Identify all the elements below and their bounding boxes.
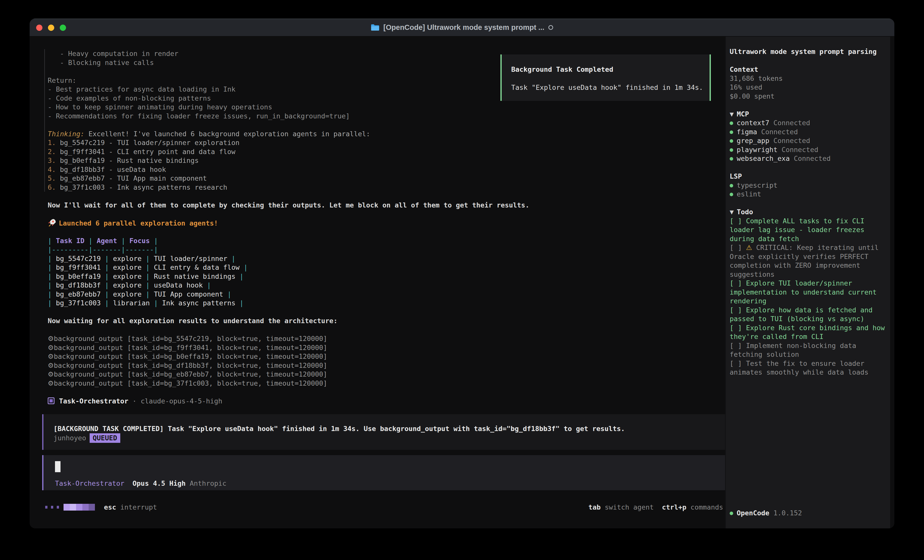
gear-icon: ⚙ bbox=[48, 379, 54, 387]
transcript: - Heavy computation in render - Blocking… bbox=[44, 49, 745, 406]
completed-message-text: [BACKGROUND TASK COMPLETED] Task "Explor… bbox=[54, 424, 725, 433]
status-dot-icon bbox=[730, 157, 733, 160]
table-row: bg_b0effa19exploreRust native bindings bbox=[48, 272, 745, 281]
agent-list-item: 3.bg_b0effa19 - Rust native bindings bbox=[48, 156, 745, 165]
tool-call-line: ⚙background_output [task_id=bg_5547c219,… bbox=[48, 334, 745, 343]
session-ring-icon bbox=[548, 25, 553, 30]
thinking-label: Thinking: bbox=[48, 130, 84, 138]
window-controls bbox=[36, 25, 66, 31]
sidebar: Ultrawork mode system prompt parsing Con… bbox=[726, 37, 890, 529]
table-row: bg_37f1c003librarianInk async patterns bbox=[48, 299, 745, 308]
provider-label: Anthropic bbox=[190, 479, 226, 487]
agent-list-item: 6.bg_37f1c003 - Ink async patterns resea… bbox=[48, 183, 745, 192]
table-row: bg_df18bb3fexploreuseData hook bbox=[48, 281, 745, 290]
context-tokens: 31,686 tokens bbox=[730, 74, 885, 83]
table-header-row: Task IDAgentFocus bbox=[48, 237, 745, 246]
todo-item: [ ] Explore TUI loader/spinner implement… bbox=[730, 279, 885, 305]
terminal-line: - Recommendations for fixing loader free… bbox=[48, 112, 745, 121]
status-dot-icon bbox=[730, 139, 733, 143]
toast-body: Task "Explore useData hook" finished in … bbox=[511, 83, 710, 92]
status-dot-icon bbox=[730, 121, 733, 125]
terminal-content: - Heavy computation in render - Blocking… bbox=[30, 37, 894, 529]
lsp-item: eslint bbox=[730, 190, 885, 199]
waiting-text: Now waiting for all exploration results … bbox=[48, 316, 745, 325]
status-dot-icon bbox=[730, 148, 733, 152]
terminal-line: - How to keep spinner animating during h… bbox=[48, 103, 745, 112]
table-row: bg_eb87ebb7exploreTUI App component bbox=[48, 290, 745, 299]
agent-square-icon bbox=[48, 397, 54, 404]
mcp-item: websearch_exa Connected bbox=[730, 154, 885, 163]
tool-call-line: ⚙background_output [task_id=bg_f9ff3041,… bbox=[48, 343, 745, 352]
table-separator-row: |---------|-------|-------| bbox=[48, 245, 745, 254]
launch-banner: Launched 6 parallel exploration agents! bbox=[48, 219, 745, 228]
minimize-window-button[interactable] bbox=[48, 25, 54, 31]
chevron-down-icon: ▼ bbox=[730, 208, 734, 216]
keyboard-hints: tab switch agent ctrl+p commands bbox=[588, 503, 723, 511]
prompt-input[interactable]: Task-Orchestrator Opus 4.5 High Anthropi… bbox=[42, 455, 725, 490]
folder-icon bbox=[371, 24, 380, 31]
titlebar: [OpenCode] Ultrawork mode system prompt … bbox=[30, 19, 894, 37]
rocket-icon bbox=[48, 219, 56, 227]
message-user: junhoyeo bbox=[54, 434, 86, 442]
session-title: Ultrawork mode system prompt parsing bbox=[730, 47, 885, 56]
active-agent-label: Task-Orchestrator bbox=[55, 479, 124, 487]
agent-list-item: 1.bg_5547c219 - TUI loader/spinner explo… bbox=[48, 138, 745, 147]
mcp-item: playwright Connected bbox=[730, 145, 885, 154]
mcp-item: figma Connected bbox=[730, 127, 885, 136]
status-dot-icon bbox=[730, 512, 733, 515]
tool-call-line: ⚙background_output [task_id=bg_df18bb3f,… bbox=[48, 361, 745, 370]
todo-item: [ ] Explore how data is fetched and pass… bbox=[730, 305, 885, 323]
thinking-line: Thinking: Excellent! I've launched 6 bac… bbox=[48, 129, 745, 138]
chevron-down-icon: ▼ bbox=[730, 110, 734, 118]
mcp-item: context7 Connected bbox=[730, 118, 885, 127]
toast-title: Background Task Completed bbox=[511, 65, 710, 74]
orchestrator-line: Task-Orchestrator · claude-opus-4-5-high bbox=[48, 397, 745, 406]
context-spent: $0.00 spent bbox=[730, 92, 885, 101]
tool-call-line: ⚙background_output [task_id=bg_37f1c003,… bbox=[48, 379, 745, 388]
table-row: bg_f9ff3041exploreCLI entry & data flow bbox=[48, 263, 745, 272]
wait-text: Now I'll wait for all of them to complet… bbox=[48, 201, 745, 210]
activity-dots-icon bbox=[45, 506, 59, 509]
agent-list-item: 5.bg_eb87ebb7 - TUI App main component bbox=[48, 174, 745, 183]
gear-icon: ⚙ bbox=[48, 352, 54, 360]
todo-item: [ ] Explore Rust core bindings and how t… bbox=[730, 323, 885, 341]
text-cursor bbox=[55, 461, 60, 472]
tool-call-line: ⚙background_output [task_id=bg_b0effa19,… bbox=[48, 352, 745, 361]
mcp-heading[interactable]: ▼MCP bbox=[730, 110, 885, 119]
gear-icon: ⚙ bbox=[48, 344, 54, 352]
status-dot-icon bbox=[730, 193, 733, 196]
context-heading: Context bbox=[730, 65, 885, 74]
todo-item: [ ] ⚠ CRITICAL: Keep iterating until Ora… bbox=[730, 243, 885, 279]
todo-heading[interactable]: ▼Todo bbox=[730, 208, 885, 217]
agent-status-row: Task-Orchestrator Opus 4.5 High Anthropi… bbox=[55, 479, 226, 487]
lsp-heading: LSP bbox=[730, 172, 885, 181]
window-title: [OpenCode] Ultrawork mode system prompt … bbox=[383, 23, 544, 31]
app-version-footer: OpenCode 1.0.152 bbox=[730, 509, 802, 518]
assistant-output: Now I'll wait for all of them to complet… bbox=[44, 192, 745, 406]
activity-gradient-icon bbox=[63, 504, 95, 511]
active-model-label: Opus 4.5 High bbox=[133, 479, 186, 487]
agent-list-item: 2.bg_f9ff3041 - CLI entry point and data… bbox=[48, 147, 745, 156]
agent-list-item: 4.bg_df18bb3f - useData hook bbox=[48, 165, 745, 174]
table-row: bg_5547c219exploreTUI loader/spinner bbox=[48, 254, 745, 263]
warning-icon: ⚠ bbox=[746, 244, 752, 252]
esc-hint: esc interrupt bbox=[104, 503, 157, 511]
tool-call-line: ⚙background_output [task_id=bg_eb87ebb7,… bbox=[48, 370, 745, 379]
status-dot-icon bbox=[730, 130, 733, 134]
app-window: [OpenCode] Ultrawork mode system prompt … bbox=[30, 19, 894, 529]
close-window-button[interactable] bbox=[36, 25, 42, 31]
status-dot-icon bbox=[730, 184, 733, 187]
background-task-toast: Background Task Completed Task "Explore … bbox=[500, 54, 711, 101]
todo-item: [ ] Implement non-blocking data fetching… bbox=[730, 341, 885, 359]
context-used: 16% used bbox=[730, 83, 885, 92]
todo-item: [ ] Test the fix to ensure loader animat… bbox=[730, 359, 885, 377]
lsp-item: typescript bbox=[730, 181, 885, 190]
gear-icon: ⚙ bbox=[48, 335, 54, 343]
mcp-item: grep_app Connected bbox=[730, 136, 885, 145]
zoom-window-button[interactable] bbox=[60, 25, 66, 31]
todo-item: [ ] Complete ALL tasks to fix CLI loader… bbox=[730, 217, 885, 243]
gear-icon: ⚙ bbox=[48, 362, 54, 369]
queued-badge: QUEUED bbox=[90, 433, 120, 443]
completed-message-block: [BACKGROUND TASK COMPLETED] Task "Explor… bbox=[42, 414, 725, 450]
gear-icon: ⚙ bbox=[48, 370, 54, 378]
